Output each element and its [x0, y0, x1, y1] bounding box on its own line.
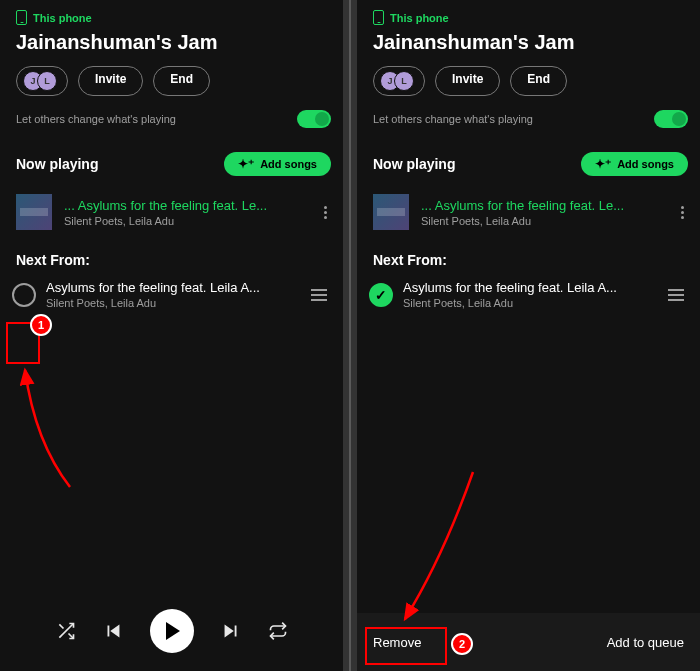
annotation-box-1 [6, 322, 40, 364]
annotation-badge-1: 1 [30, 314, 52, 336]
select-radio-unchecked[interactable] [12, 283, 36, 307]
player-controls [0, 601, 343, 661]
phone-screen-left: This phone Jainanshuman's Jam J L Invite… [0, 0, 343, 671]
jam-title: Jainanshuman's Jam [0, 27, 343, 62]
drag-handle-icon[interactable] [664, 289, 688, 301]
add-songs-label: Add songs [260, 158, 317, 170]
permission-toggle[interactable] [654, 110, 688, 128]
queue-track-artist: Silent Poets, Leila Adu [403, 297, 654, 309]
selection-action-bar: Remove Add to queue [357, 613, 700, 671]
invite-button[interactable]: Invite [435, 66, 500, 96]
invite-button[interactable]: Invite [78, 66, 143, 96]
device-label: This phone [33, 12, 92, 24]
sparkle-icon: ✦⁺ [238, 158, 254, 170]
end-button[interactable]: End [510, 66, 567, 96]
device-indicator[interactable]: This phone [0, 0, 343, 27]
more-options-icon[interactable] [677, 206, 688, 219]
now-playing-track[interactable]: Asylums for the feeling feat. Le... Sile… [357, 186, 700, 238]
select-radio-checked[interactable]: ✓ [369, 283, 393, 307]
device-indicator[interactable]: This phone [357, 0, 700, 27]
next-from-heading: Next From: [357, 238, 700, 274]
shuffle-icon[interactable] [56, 621, 76, 641]
phone-icon [16, 10, 27, 25]
participants-pill[interactable]: J L [373, 66, 425, 96]
annotation-arrow-2 [393, 467, 483, 627]
end-button[interactable]: End [153, 66, 210, 96]
add-songs-button[interactable]: ✦⁺ Add songs [581, 152, 688, 176]
phone-icon [373, 10, 384, 25]
now-playing-track[interactable]: Asylums for the feeling feat. Le... Sile… [0, 186, 343, 238]
jam-title: Jainanshuman's Jam [357, 27, 700, 62]
avatar: L [394, 71, 414, 91]
device-label: This phone [390, 12, 449, 24]
more-options-icon[interactable] [320, 206, 331, 219]
next-icon[interactable] [220, 620, 242, 642]
now-playing-heading: Now playing [16, 156, 98, 172]
add-songs-button[interactable]: ✦⁺ Add songs [224, 152, 331, 176]
queue-item[interactable]: ✓ Asylums for the feeling feat. Leila A.… [357, 274, 700, 315]
remove-button[interactable]: Remove [373, 635, 421, 650]
permission-toggle[interactable] [297, 110, 331, 128]
queue-track-title: Asylums for the feeling feat. Leila A... [403, 280, 654, 295]
album-art [16, 194, 52, 230]
queue-track-artist: Silent Poets, Leila Adu [46, 297, 297, 309]
permission-label: Let others change what's playing [16, 113, 176, 125]
add-to-queue-button[interactable]: Add to queue [607, 635, 684, 650]
track-artist: Silent Poets, Leila Adu [421, 215, 665, 227]
queue-track-title: Asylums for the feeling feat. Leila A... [46, 280, 297, 295]
track-title: Asylums for the feeling feat. Le... [64, 198, 308, 213]
repeat-icon[interactable] [268, 621, 288, 641]
add-songs-label: Add songs [617, 158, 674, 170]
phone-screen-right: This phone Jainanshuman's Jam J L Invite… [357, 0, 700, 671]
participants-pill[interactable]: J L [16, 66, 68, 96]
drag-handle-icon[interactable] [307, 289, 331, 301]
next-from-heading: Next From: [0, 238, 343, 274]
queue-item[interactable]: Asylums for the feeling feat. Leila A...… [0, 274, 343, 315]
now-playing-heading: Now playing [373, 156, 455, 172]
avatar: L [37, 71, 57, 91]
permission-label: Let others change what's playing [373, 113, 533, 125]
play-button[interactable] [150, 609, 194, 653]
annotation-arrow-1 [15, 362, 85, 492]
play-icon [166, 622, 180, 640]
sparkle-icon: ✦⁺ [595, 158, 611, 170]
track-title: Asylums for the feeling feat. Le... [421, 198, 665, 213]
track-artist: Silent Poets, Leila Adu [64, 215, 308, 227]
album-art [373, 194, 409, 230]
previous-icon[interactable] [102, 620, 124, 642]
